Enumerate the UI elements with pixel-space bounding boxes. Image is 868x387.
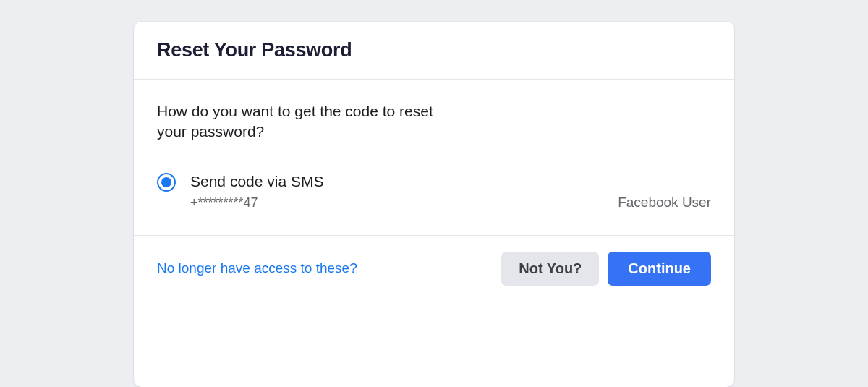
account-name: Facebook User <box>618 195 711 210</box>
option-text: Send code via SMS +*********47 <box>190 171 323 210</box>
no-access-link[interactable]: No longer have access to these? <box>157 260 357 276</box>
card-body: How do you want to get the code to reset… <box>134 80 734 236</box>
footer-buttons: Not You? Continue <box>501 252 711 286</box>
not-you-button[interactable]: Not You? <box>501 252 599 286</box>
prompt-text: How do you want to get the code to reset… <box>157 101 461 143</box>
reset-password-card: Reset Your Password How do you want to g… <box>134 22 734 387</box>
option-title: Send code via SMS <box>190 171 323 191</box>
continue-button[interactable]: Continue <box>608 252 711 286</box>
radio-inner-dot <box>161 177 171 187</box>
page-title: Reset Your Password <box>157 39 711 61</box>
radio-selected-icon[interactable] <box>157 173 176 192</box>
option-phone-masked: +*********47 <box>190 195 323 210</box>
card-header: Reset Your Password <box>134 22 734 80</box>
card-footer: No longer have access to these? Not You?… <box>134 236 734 302</box>
